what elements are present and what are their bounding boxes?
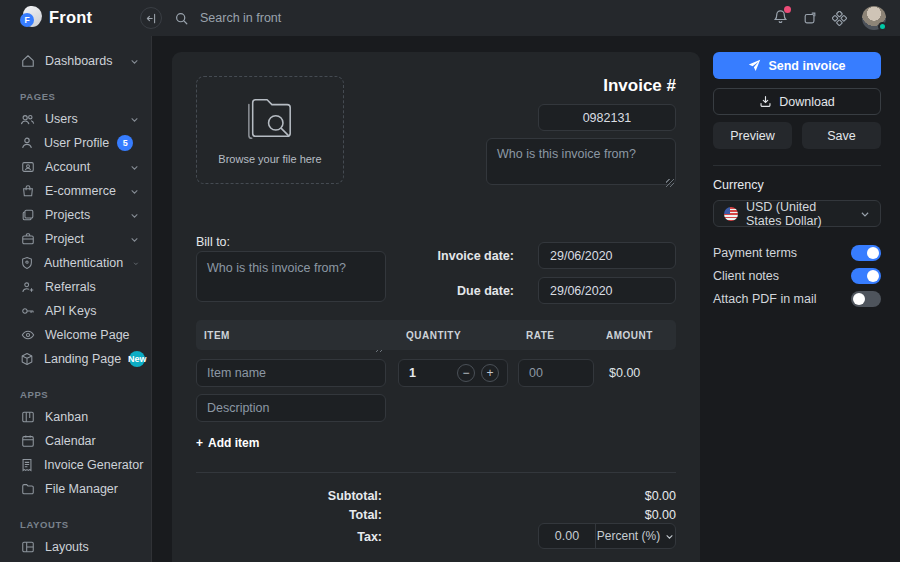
shopping-bag-icon — [21, 184, 35, 198]
invoice-title: Invoice # — [603, 76, 676, 96]
quantity-stepper: 1 − + — [398, 359, 508, 387]
user-avatar[interactable] — [862, 6, 886, 30]
folder-search-icon — [239, 95, 301, 145]
online-status-dot — [878, 22, 887, 31]
sidebar-item-api-keys[interactable]: API Keys — [0, 299, 151, 323]
stack-icon — [21, 208, 35, 222]
send-icon — [748, 59, 761, 72]
item-name-input[interactable] — [196, 359, 386, 387]
amount-value: $0.00 — [598, 366, 676, 380]
item-row: 1 − + $0.00 — [196, 359, 676, 387]
briefcase-icon — [21, 232, 35, 246]
person-icon — [20, 136, 34, 150]
quantity-value[interactable]: 1 — [407, 366, 451, 380]
total-label: Total: — [262, 508, 382, 522]
quantity-increase-button[interactable]: + — [481, 364, 499, 382]
totals-divider — [196, 472, 676, 473]
notification-badge-dot — [784, 6, 791, 13]
bill-to-textarea[interactable] — [196, 251, 386, 302]
tax-label: Tax: — [262, 530, 382, 544]
sidebar-item-user-profile[interactable]: User Profile 5 — [0, 131, 151, 155]
sidebar-item-invoice-generator[interactable]: Invoice Generator — [0, 453, 151, 477]
sidebar-item-projects[interactable]: Projects — [0, 203, 151, 227]
kanban-icon — [21, 410, 35, 424]
sidebar-item-landing-page[interactable]: Landing Page New — [0, 347, 151, 371]
box-icon — [20, 352, 34, 366]
home-icon — [21, 54, 35, 68]
subtotal-value: $0.00 — [645, 489, 676, 503]
id-card-icon — [21, 160, 35, 174]
preview-button[interactable]: Preview — [713, 122, 792, 149]
us-flag-icon — [724, 207, 738, 221]
sidebar-heading-apps: APPS — [0, 387, 151, 401]
invoice-actions-panel: Send invoice Download Preview Save Curre… — [713, 52, 881, 562]
sidebar-item-dashboards[interactable]: Dashboards — [0, 49, 151, 73]
download-button[interactable]: Download — [713, 88, 881, 115]
search-icon — [175, 12, 188, 25]
chevron-down-icon — [130, 235, 139, 244]
attach-pdf-toggle[interactable] — [851, 291, 881, 307]
layout-icon — [21, 540, 35, 554]
invoice-date-label: Invoice date: — [424, 249, 514, 263]
sidebar-item-referrals[interactable]: Referrals — [0, 275, 151, 299]
logo-upload-dropzone[interactable]: Browse your file here — [196, 76, 344, 184]
sidebar-item-account[interactable]: Account — [0, 155, 151, 179]
currency-select[interactable]: USD (United States Dollar) — [713, 200, 881, 227]
client-notes-toggle[interactable] — [851, 268, 881, 284]
invoice-from-textarea[interactable] — [486, 138, 676, 185]
shield-icon — [20, 256, 34, 270]
tax-value-input[interactable] — [539, 524, 595, 548]
chevron-down-icon — [130, 211, 139, 220]
payment-terms-toggle[interactable] — [851, 245, 881, 261]
invoice-card: Browse your file here Invoice # Bill to:… — [172, 52, 700, 562]
attach-pdf-row: Attach PDF in mail — [713, 287, 881, 310]
quantity-decrease-button[interactable]: − — [457, 364, 475, 382]
tax-unit-select[interactable]: Percent (%) — [595, 524, 675, 548]
sidebar-collapse-button[interactable] — [140, 7, 162, 29]
brand-logo[interactable]: F Front — [20, 6, 92, 28]
due-date-label: Due date: — [424, 284, 514, 298]
tax-input-group: Percent (%) — [538, 523, 676, 549]
main-content: Browse your file here Invoice # Bill to:… — [152, 36, 900, 562]
sidebar-item-file-manager[interactable]: File Manager — [0, 477, 151, 501]
sidebar-item-layouts[interactable]: Layouts — [0, 535, 151, 559]
sidebar-item-ecommerce[interactable]: E-commerce — [0, 179, 151, 203]
sidebar-heading-layouts: LAYOUTS — [0, 517, 151, 531]
item-description-input[interactable] — [196, 394, 386, 422]
notifications-button[interactable] — [773, 9, 788, 27]
rate-input[interactable] — [518, 359, 594, 387]
sidebar-item-welcome-page[interactable]: Welcome Page — [0, 323, 151, 347]
download-icon — [759, 95, 772, 108]
invoice-number-input[interactable] — [538, 104, 676, 131]
bill-to-label: Bill to: — [196, 235, 230, 249]
plus-icon: + — [196, 436, 203, 450]
sidebar-item-project[interactable]: Project — [0, 227, 151, 251]
landing-page-new-badge: New — [129, 351, 145, 367]
sidebar-item-authentication[interactable]: Authentication — [0, 251, 151, 275]
due-date-input[interactable] — [538, 277, 676, 304]
share-button[interactable] — [803, 11, 817, 25]
sidebar-item-kanban[interactable]: Kanban — [0, 405, 151, 429]
folder-icon — [21, 482, 35, 496]
col-rate: RATE — [518, 330, 598, 341]
chevron-down-icon — [130, 187, 139, 196]
apps-button[interactable] — [832, 11, 847, 26]
chevron-down-icon — [130, 163, 139, 172]
users-icon — [20, 112, 35, 127]
send-invoice-button[interactable]: Send invoice — [713, 52, 881, 79]
sidebar-item-calendar[interactable]: Calendar — [0, 429, 151, 453]
sidebar-item-users[interactable]: Users — [0, 107, 151, 131]
save-button[interactable]: Save — [802, 122, 881, 149]
eye-icon — [21, 328, 35, 342]
add-item-button[interactable]: + Add item — [196, 436, 259, 450]
panel-divider — [713, 165, 881, 166]
col-item: ITEM — [196, 330, 398, 341]
receipt-icon — [20, 458, 34, 472]
global-search[interactable]: Search in front — [175, 0, 281, 36]
person-plus-icon — [21, 280, 35, 294]
payment-terms-row: Payment terms — [713, 241, 881, 264]
invoice-date-input[interactable] — [538, 242, 676, 269]
brand-name: Front — [49, 8, 92, 27]
calendar-icon — [21, 434, 35, 448]
chevron-down-icon — [665, 532, 674, 541]
